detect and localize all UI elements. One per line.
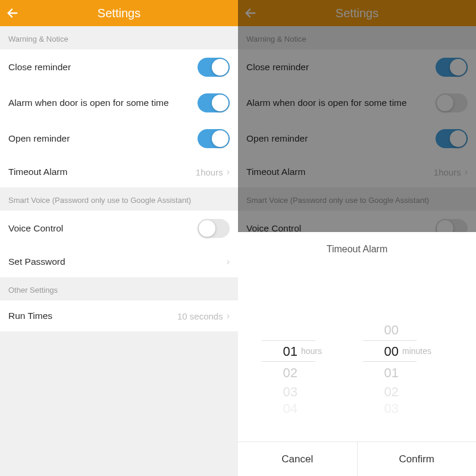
open-reminder-row[interactable]: Open reminder (0, 121, 238, 156)
timeout-alarm-picker-sheet: Timeout Alarm 01 02 03 04 hours 00 00 (238, 232, 476, 476)
time-picker: 01 02 03 04 hours 00 00 01 02 03 minutes (238, 261, 476, 441)
minutes-wheel[interactable]: 00 00 01 02 03 minutes (363, 292, 452, 411)
hours-next-2: 03 (262, 384, 298, 400)
voice-control-toggle[interactable] (198, 219, 230, 238)
hours-selected: 01 (262, 344, 298, 359)
minutes-next-3: 03 (363, 401, 399, 416)
settings-screen-left: Settings Warning & Notice Close reminder… (0, 0, 238, 476)
chevron-right-icon: › (227, 311, 230, 321)
back-arrow-icon (6, 7, 19, 20)
confirm-button[interactable]: Confirm (357, 442, 477, 476)
chevron-right-icon: › (227, 167, 230, 177)
timeout-alarm-row[interactable]: Timeout Alarm 1hours › (0, 156, 238, 187)
timeout-alarm-label: Timeout Alarm (8, 166, 196, 178)
settings-screen-right: Settings Warning & Notice Close reminder… (238, 0, 476, 476)
sheet-title: Timeout Alarm (238, 232, 476, 261)
header: Settings (0, 0, 238, 26)
hours-unit-label: hours (301, 346, 322, 356)
chevron-right-icon: › (227, 256, 230, 267)
voice-control-row[interactable]: Voice Control (0, 211, 238, 246)
minutes-next-2: 02 (363, 384, 399, 400)
close-reminder-toggle[interactable] (198, 58, 230, 77)
run-times-label: Run Times (8, 310, 177, 322)
close-reminder-label: Close reminder (8, 61, 198, 73)
minutes-next-1: 01 (363, 365, 399, 381)
back-button[interactable] (6, 0, 19, 26)
run-times-value: 10 seconds (177, 311, 223, 321)
section-other-label: Other Settings (0, 277, 238, 300)
open-reminder-toggle[interactable] (198, 129, 230, 148)
empty-space (0, 331, 238, 476)
alarm-open-label: Alarm when door is open for some time (8, 97, 198, 109)
timeout-alarm-value: 1hours (196, 167, 223, 177)
run-times-row[interactable]: Run Times 10 seconds › (0, 300, 238, 331)
set-password-label: Set Password (8, 256, 227, 268)
section-smart-voice-label: Smart Voice (Password only use to Google… (0, 187, 238, 211)
minutes-selected: 00 (363, 344, 399, 359)
hours-wheel[interactable]: 01 02 03 04 hours (262, 292, 351, 411)
alarm-open-toggle[interactable] (198, 93, 230, 112)
section-warning-label: Warning & Notice (0, 26, 238, 49)
open-reminder-label: Open reminder (8, 133, 198, 145)
voice-control-label: Voice Control (8, 223, 198, 234)
page-title: Settings (98, 7, 140, 20)
set-password-row[interactable]: Set Password › (0, 246, 238, 277)
minutes-prev-1: 00 (363, 322, 399, 338)
close-reminder-row[interactable]: Close reminder (0, 49, 238, 85)
hours-next-1: 02 (262, 365, 298, 381)
sheet-button-bar: Cancel Confirm (238, 441, 476, 476)
alarm-open-row[interactable]: Alarm when door is open for some time (0, 85, 238, 121)
minutes-unit-label: minutes (402, 346, 431, 356)
hours-next-3: 04 (262, 401, 298, 416)
cancel-button[interactable]: Cancel (238, 442, 357, 476)
